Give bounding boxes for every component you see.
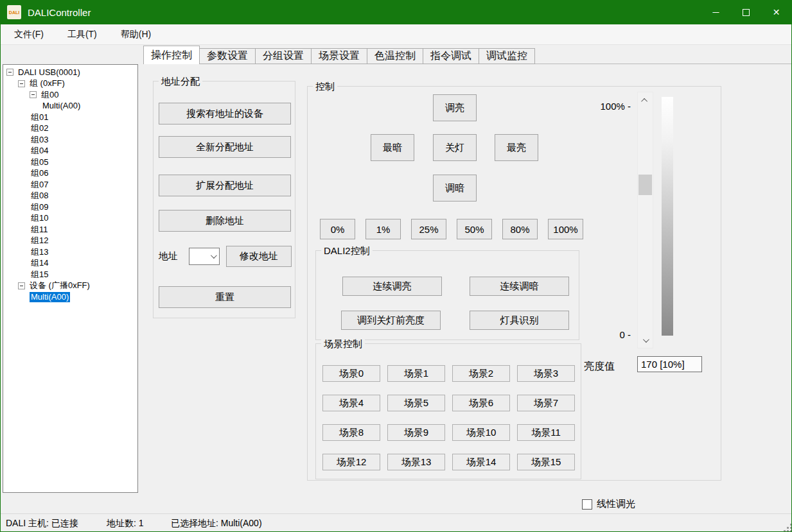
percent-25-button[interactable]: 25%	[411, 219, 446, 239]
close-button[interactable]: ✕	[761, 0, 791, 24]
app-icon: DALI	[7, 5, 21, 19]
app-window: DALI DALIController ─ ✕ 文件(F) 工具(T) 帮助(H…	[0, 0, 792, 532]
tree-item-group15[interactable]: 组15	[3, 269, 137, 280]
tab-parameter-settings[interactable]: 参数设置	[200, 48, 256, 64]
scene-11-button[interactable]: 场景11	[517, 424, 575, 441]
recall-last-level-button[interactable]: 调到关灯前亮度	[341, 311, 441, 330]
tree-item-group13[interactable]: 组13	[3, 246, 137, 258]
tab-grouping-settings[interactable]: 分组设置	[256, 48, 312, 64]
tree-item-dali-usb[interactable]: DALI USB(0001)	[3, 67, 137, 78]
status-selected-address: 已选择地址: Multi(A00)	[171, 518, 262, 529]
chevron-down-icon	[211, 252, 217, 259]
tree-item-group03[interactable]: 组03	[3, 134, 137, 146]
tree-item-group02[interactable]: 组02	[3, 123, 137, 135]
percent-1-button[interactable]: 1%	[365, 219, 401, 239]
scene-0-button[interactable]: 场景0	[322, 365, 380, 382]
brightness-value-label: 亮度值	[584, 360, 615, 373]
percent-preset-row: 0% 1% 25% 50% 80% 100%	[320, 219, 583, 239]
tree-item-group05[interactable]: 组05	[3, 157, 137, 168]
tab-page-operation-control: 地址分配 搜索有地址的设备 全新分配地址 扩展分配地址 删除地址 地址 修改地址…	[143, 64, 792, 494]
tree-item-group00[interactable]: 组00	[3, 89, 137, 101]
scene-4-button[interactable]: 场景4	[322, 395, 380, 411]
tree-item-group11[interactable]: 组11	[3, 224, 137, 236]
brightness-scrollbar[interactable]	[637, 92, 653, 348]
lamp-identify-button[interactable]: 灯具识别	[470, 311, 569, 330]
menu-help[interactable]: 帮助(H)	[110, 29, 161, 40]
minimize-button[interactable]: ─	[701, 0, 731, 24]
scene-6-button[interactable]: 场景6	[452, 395, 510, 411]
maximize-button[interactable]	[731, 0, 761, 24]
tab-debug-monitor[interactable]: 调试监控	[479, 48, 535, 64]
linear-dim-checkbox[interactable]	[582, 499, 592, 510]
percent-50-button[interactable]: 50%	[457, 219, 492, 239]
status-bar: DALI 主机: 已连接 地址数: 1 已选择地址: Multi(A00)	[1, 513, 791, 531]
assign-extended-address-button[interactable]: 扩展分配地址	[159, 175, 291, 196]
tree-item-multi-a00-selected[interactable]: Multi(A00)	[3, 291, 137, 303]
address-allocation-group: 地址分配 搜索有地址的设备 全新分配地址 扩展分配地址 删除地址 地址 修改地址…	[153, 81, 295, 318]
bottom-bar: 线性调光	[1, 494, 791, 513]
tree-item-group14[interactable]: 组14	[3, 258, 137, 270]
tree-item-group08[interactable]: 组08	[3, 191, 137, 202]
tab-color-temp-control[interactable]: 色温控制	[367, 48, 423, 64]
delete-address-button[interactable]: 删除地址	[159, 210, 291, 232]
scroll-up-button[interactable]	[638, 94, 653, 107]
tree-item-group12[interactable]: 组12	[3, 236, 137, 247]
scene-7-button[interactable]: 场景7	[517, 395, 575, 411]
dim-button[interactable]: 调暗	[433, 175, 477, 202]
brighten-button[interactable]: 调亮	[433, 94, 477, 121]
scene-13-button[interactable]: 场景13	[387, 454, 445, 470]
continuous-brighten-button[interactable]: 连续调亮	[342, 277, 442, 296]
collapse-icon[interactable]	[6, 69, 13, 76]
app-icon-label: DALI	[9, 10, 19, 15]
menu-tools[interactable]: 工具(T)	[57, 29, 107, 40]
modify-address-button[interactable]: 修改地址	[226, 246, 292, 267]
tree-item-group10[interactable]: 组10	[3, 213, 137, 225]
percent-80-button[interactable]: 80%	[502, 219, 538, 239]
brightest-button[interactable]: 最亮	[495, 134, 538, 161]
collapse-icon[interactable]	[18, 282, 25, 289]
tree-item-group06[interactable]: 组06	[3, 168, 137, 180]
tree-item-group04[interactable]: 组04	[3, 146, 137, 157]
scene-8-button[interactable]: 场景8	[322, 424, 380, 441]
scene-2-button[interactable]: 场景2	[452, 365, 510, 382]
scene-12-button[interactable]: 场景12	[322, 454, 380, 470]
reset-button[interactable]: 重置	[159, 286, 291, 308]
percent-100-button[interactable]: 100%	[548, 219, 583, 239]
scrollbar-thumb[interactable]	[638, 175, 652, 195]
tree-item-multi-a00-group[interactable]: Multi(A00)	[3, 101, 137, 112]
continuous-dim-button[interactable]: 连续调暗	[470, 277, 569, 296]
tab-command-debug[interactable]: 指令调试	[423, 48, 479, 64]
assign-new-address-button[interactable]: 全新分配地址	[159, 136, 291, 158]
tree-item-device-broadcast[interactable]: 设备 (广播0xFF)	[3, 280, 137, 292]
linear-dim-option[interactable]: 线性调光	[582, 498, 635, 510]
level-min-label: 0 -	[600, 329, 631, 340]
title-bar: DALI DALIController ─ ✕	[1, 0, 791, 24]
minimize-icon: ─	[713, 7, 719, 17]
tab-scene-settings[interactable]: 场景设置	[312, 48, 367, 64]
scene-5-button[interactable]: 场景5	[387, 395, 445, 411]
scene-9-button[interactable]: 场景9	[387, 424, 445, 441]
scroll-down-button[interactable]	[638, 334, 653, 347]
collapse-icon[interactable]	[18, 80, 25, 87]
scene-14-button[interactable]: 场景14	[452, 454, 510, 470]
scene-10-button[interactable]: 场景10	[452, 424, 510, 441]
dimmest-button[interactable]: 最暗	[371, 134, 414, 161]
percent-0-button[interactable]: 0%	[320, 219, 355, 239]
tree-item-group07[interactable]: 组07	[3, 179, 137, 191]
address-combobox[interactable]	[189, 248, 220, 265]
maximize-icon	[743, 9, 750, 16]
tree-item-group01[interactable]: 组01	[3, 112, 137, 123]
scene-15-button[interactable]: 场景15	[517, 454, 575, 470]
scene-1-button[interactable]: 场景1	[387, 365, 445, 382]
brightness-value-field[interactable]: 170 [10%]	[637, 356, 702, 372]
search-addressed-devices-button[interactable]: 搜索有地址的设备	[159, 103, 291, 124]
menu-file[interactable]: 文件(F)	[4, 29, 54, 40]
resize-grip-icon[interactable]	[787, 527, 789, 529]
light-off-button[interactable]: 关灯	[433, 134, 477, 161]
collapse-icon[interactable]	[30, 91, 37, 98]
tree-item-group-root[interactable]: 组 (0xFF)	[3, 78, 137, 90]
tree-item-group09[interactable]: 组09	[3, 202, 137, 213]
status-address-count: 地址数: 1	[107, 518, 144, 529]
tab-operation-control[interactable]: 操作控制	[143, 46, 200, 64]
scene-3-button[interactable]: 场景3	[517, 365, 575, 382]
